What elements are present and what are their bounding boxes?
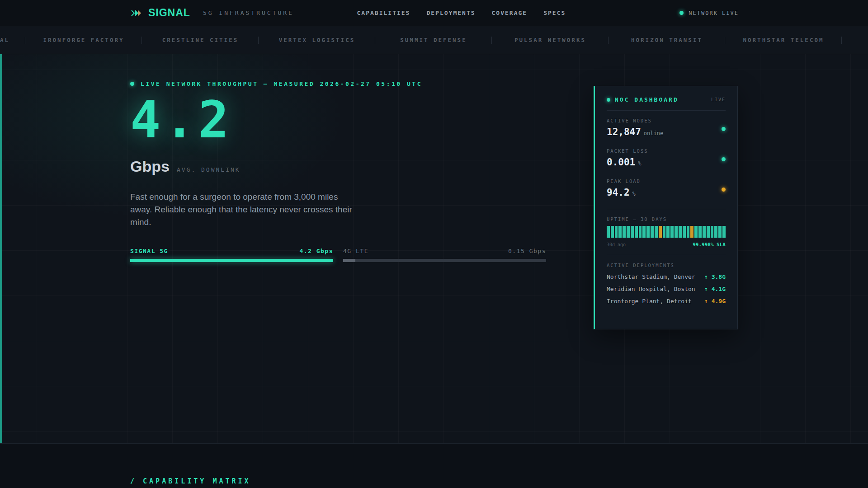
status-dot-icon [679, 11, 684, 15]
uptime-bar [679, 226, 682, 238]
uptime-bar [718, 226, 722, 238]
uptime-bar [670, 226, 674, 238]
stat-suffix: % [638, 160, 641, 167]
ticker-item: HORIZON TRANSIT [609, 37, 725, 43]
deployment-throughput: ↑ 4.9G [704, 298, 726, 305]
comparison-label: 4G LTE [343, 248, 368, 254]
deployment-name: Ironforge Plant, Detroit [607, 298, 692, 305]
uptime-bar [690, 226, 693, 238]
noc-title-label: NOC DASHBOARD [615, 96, 679, 103]
noc-dashboard-card: NOC DASHBOARD LIVE ACTIVE NODES 12,847on… [594, 86, 738, 329]
nav-link-specs[interactable]: SPECS [543, 9, 566, 16]
noc-card-header: NOC DASHBOARD LIVE [607, 96, 726, 103]
uptime-bar [722, 226, 726, 238]
stat-suffix: online [644, 130, 663, 136]
uptime-start-caption: 30d ago [607, 242, 626, 247]
deployment-name: Northstar Stadium, Denver [607, 273, 695, 280]
uptime-label: UPTIME — 30 DAYS [607, 216, 726, 222]
progress-track [130, 259, 333, 262]
uptime-bar [694, 226, 698, 238]
live-dot-icon [130, 82, 134, 86]
uptime-footer: 30d ago 99.998% SLA [607, 242, 726, 248]
uptime-bar [714, 226, 717, 238]
eyebrow-label: LIVE NETWORK THROUGHPUT — MEASURED 2026-… [141, 80, 422, 87]
progress-track [343, 259, 546, 262]
network-status-label: NETWORK LIVE [689, 10, 739, 16]
ticker-item: AL [0, 37, 25, 43]
uptime-bar [711, 226, 714, 238]
hero-content: LIVE NETWORK THROUGHPUT — MEASURED 2026-… [130, 80, 546, 262]
uptime-sla-caption: 99.998% SLA [693, 242, 726, 248]
uptime-bar [611, 226, 614, 238]
progress-fill [343, 259, 355, 262]
stat-value: 12,847 [607, 127, 641, 137]
deployment-row: Northstar Stadium, Denver ↑ 3.8G [607, 273, 726, 280]
nav-link-deployments[interactable]: DEPLOYMENTS [426, 9, 475, 16]
stat-status-dot-icon [722, 188, 726, 192]
uptime-bar [687, 226, 690, 238]
brand-tagline: 5G INFRASTRUCTURE [203, 9, 294, 16]
comparison-4g-lte: 4G LTE 0.15 Gbps [343, 248, 546, 262]
uptime-bar [615, 226, 618, 238]
stat-status-dot-icon [722, 127, 726, 131]
uptime-bar [646, 226, 650, 238]
uptime-bar-chart [607, 226, 726, 238]
ticker-item: CRESTLINE CITIES [142, 37, 259, 43]
nav-link-capabilities[interactable]: CAPABILITIES [357, 9, 410, 16]
deployment-name: Meridian Hospital, Boston [607, 286, 695, 292]
divider [607, 110, 726, 111]
ticker-item: PULSAR NETWORKS [492, 37, 609, 43]
progress-fill [130, 259, 333, 262]
throughput-value: 4.2 [130, 94, 546, 145]
ticker-item: NORTHSTAR TELECOM [725, 37, 842, 43]
throughput-unit: Gbps [130, 158, 170, 175]
noc-live-badge: LIVE [711, 97, 726, 102]
brand-logo[interactable]: SIGNAL [130, 7, 190, 19]
brand-name: SIGNAL [148, 7, 190, 19]
stat-status-dot-icon [722, 157, 726, 161]
double-chevron-icon [130, 8, 143, 18]
uptime-bar [663, 226, 666, 238]
stat-value: 0.001 [607, 157, 635, 168]
comparison-label: SIGNAL 5G [130, 248, 168, 254]
hero-description: Fast enough for a surgeon to operate fro… [130, 191, 359, 229]
hero-section: LIVE NETWORK THROUGHPUT — MEASURED 2026-… [0, 54, 868, 444]
comparison-signal-5g: SIGNAL 5G 4.2 Gbps [130, 248, 333, 262]
divider [607, 255, 726, 255]
nav-link-coverage[interactable]: COVERAGE [492, 9, 528, 16]
throughput-unit-label: AVG. DOWNLINK [177, 166, 241, 173]
noc-live-dot-icon [607, 98, 610, 102]
stat-peak-load: PEAK LOAD 94.2% [607, 178, 726, 198]
top-nav: SIGNAL 5G INFRASTRUCTURE CAPABILITIES DE… [0, 0, 868, 26]
nav-links: CAPABILITIES DEPLOYMENTS COVERAGE SPECS [357, 9, 566, 16]
uptime-bar [639, 226, 642, 238]
uptime-bar [623, 226, 626, 238]
uptime-bar [683, 226, 686, 238]
stat-active-nodes: ACTIVE NODES 12,847online [607, 118, 726, 137]
uptime-bar [659, 226, 662, 238]
uptime-bar [651, 226, 654, 238]
ticker-item: IRONFORGE FACTORY [25, 37, 142, 43]
stat-label: PEAK LOAD [607, 178, 726, 184]
uptime-bar [703, 226, 706, 238]
uptime-bar [642, 226, 646, 238]
throughput-unit-row: Gbps AVG. DOWNLINK [130, 158, 546, 175]
ticker-item: VERTEX LOGISTICS [259, 37, 375, 43]
noc-title: NOC DASHBOARD [607, 96, 679, 103]
speed-comparison: SIGNAL 5G 4.2 Gbps 4G LTE 0.15 Gbps [130, 248, 546, 262]
deployment-throughput: ↑ 3.8G [704, 273, 726, 280]
stat-label: PACKET LOSS [607, 148, 726, 154]
comparison-value: 4.2 Gbps [299, 248, 333, 254]
left-accent-bar [0, 54, 2, 443]
capability-section: / CAPABILITY MATRIX [0, 444, 868, 488]
partner-ticker: ALIRONFORGE FACTORYCRESTLINE CITIESVERTE… [0, 26, 868, 54]
comparison-value: 0.15 Gbps [508, 248, 546, 254]
deployment-row: Ironforge Plant, Detroit ↑ 4.9G [607, 298, 726, 305]
capability-matrix-heading: / CAPABILITY MATRIX [130, 477, 251, 485]
ticker-item: SUMMIT DEFENSE [375, 37, 492, 43]
deployment-row: Meridian Hospital, Boston ↑ 4.1G [607, 286, 726, 292]
stat-suffix: % [632, 191, 636, 197]
uptime-bar [635, 226, 638, 238]
stat-label: ACTIVE NODES [607, 118, 726, 123]
uptime-bar [627, 226, 630, 238]
